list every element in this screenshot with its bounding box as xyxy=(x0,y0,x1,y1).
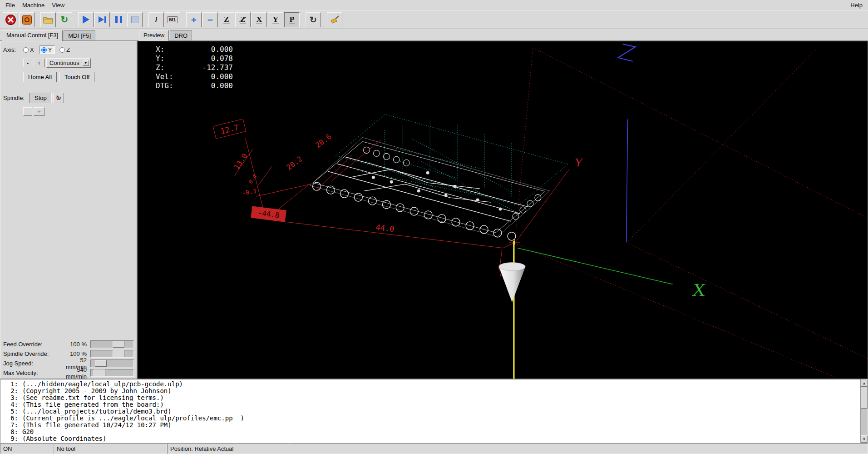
gcode-line-text: (Copyright 2005 - 2009 by John Johnson) xyxy=(22,388,172,394)
clear-plot-button[interactable] xyxy=(327,12,342,27)
zoom-out-button[interactable]: − xyxy=(202,12,218,27)
gcode-lines[interactable]: 1:(.../hidden/eagle/local_ulp/pcb-gcode.… xyxy=(0,379,860,443)
skip-lines-button[interactable]: / xyxy=(148,12,164,27)
jog-row: - + Continuous ▼ xyxy=(23,58,134,68)
scrollbar-track[interactable] xyxy=(861,387,868,435)
gcode-scrollbar[interactable]: ▲ ▼ xyxy=(860,379,868,443)
preview-panel: Preview DRO xyxy=(137,29,868,379)
gcode-line-number: 7: xyxy=(0,422,22,429)
spindle-row: Spindle: Stop ↻ xyxy=(3,93,134,103)
jog-speed-slider[interactable] xyxy=(90,359,134,367)
axis-radio-y-input[interactable] xyxy=(41,47,47,53)
zoom-in-button[interactable]: + xyxy=(186,12,202,27)
view-z-rotated-button[interactable]: Z xyxy=(235,12,251,27)
gcode-line[interactable]: 1:(.../hidden/eagle/local_ulp/pcb-gcode.… xyxy=(0,381,860,388)
preview-3d-scene[interactable]: 12.7 13.0 0.4 -0.3 20.6 20.2 -44.8 44.0 … xyxy=(138,41,868,379)
statusbar: ON No tool Position: Relative Actual xyxy=(0,443,868,454)
feed-override-slider-thumb[interactable] xyxy=(113,341,124,348)
spindle-speed-plus-button[interactable]: + xyxy=(34,107,44,116)
menu-view[interactable]: View xyxy=(48,1,68,10)
machine-state-cell: ON xyxy=(0,443,54,454)
svg-text:0.4: 0.4 xyxy=(247,173,258,185)
jog-speed-slider-thumb[interactable] xyxy=(95,360,107,367)
spindle-direction-button[interactable]: ↻ xyxy=(53,93,64,103)
gcode-line[interactable]: 4:(This file generated from the board:) xyxy=(0,401,860,408)
view-z-button[interactable]: Z xyxy=(219,12,234,27)
reload-button[interactable]: ↻ xyxy=(57,12,72,27)
scroll-up-icon[interactable]: ▲ xyxy=(861,379,868,387)
tab-manual-control[interactable]: Manual Control [F3] xyxy=(2,30,63,41)
tool-cone xyxy=(499,263,525,302)
gcode-line-number: 1: xyxy=(0,381,22,388)
gcode-line-number: 3: xyxy=(0,394,22,401)
tab-mdi[interactable]: MDI [F5] xyxy=(64,30,95,40)
gcode-line-text: (This file generated from the board:) xyxy=(22,401,164,408)
svg-text:12.7: 12.7 xyxy=(220,123,240,136)
control-tabstrip: Manual Control [F3] MDI [F5] xyxy=(0,29,137,41)
dro-z-row: Z:-12.737 xyxy=(156,63,233,72)
tab-dro[interactable]: DRO xyxy=(170,30,192,40)
run-button[interactable] xyxy=(78,12,94,27)
spindle-direction-icon: ↻ xyxy=(55,95,61,101)
max-velocity-value: 540 mm/min xyxy=(59,366,90,380)
gcode-line-number: 8: xyxy=(0,429,22,435)
touch-off-button[interactable]: Touch Off xyxy=(59,72,94,82)
home-all-button[interactable]: Home All xyxy=(23,72,57,82)
max-velocity-row: Max Velocity: 540 mm/min xyxy=(3,368,134,378)
gcode-line[interactable]: 3:(See readme.txt for licensing terms.) xyxy=(0,394,860,401)
view-x-button[interactable]: X xyxy=(252,12,267,27)
scroll-down-icon[interactable]: ▼ xyxy=(861,435,868,443)
axis-radio-x-input[interactable] xyxy=(23,47,29,53)
tool-status-text: No tool xyxy=(57,445,75,452)
gcode-line[interactable]: 2:(Copyright 2005 - 2009 by John Johnson… xyxy=(0,388,860,394)
pause-button[interactable] xyxy=(111,12,126,27)
gcode-line[interactable]: 8:G20 xyxy=(0,429,860,435)
gcode-line-number: 9: xyxy=(0,435,22,442)
jog-minus-button[interactable]: - xyxy=(23,59,32,67)
feed-override-slider[interactable] xyxy=(90,340,134,348)
preview-viewport[interactable]: 12.7 13.0 0.4 -0.3 20.6 20.2 -44.8 44.0 … xyxy=(137,41,868,379)
spindle-speed-minus-button[interactable]: - xyxy=(23,107,32,116)
dro-vel-value: 0.000 xyxy=(184,72,233,81)
estop-button[interactable] xyxy=(3,12,18,27)
spindle-stop-button[interactable]: Stop xyxy=(30,93,52,103)
view-y-button[interactable]: Y xyxy=(268,12,283,27)
spindle-override-slider-thumb[interactable] xyxy=(113,350,124,357)
spindle-speed-row: - + xyxy=(23,107,134,116)
max-velocity-slider-thumb[interactable] xyxy=(94,369,105,376)
stop-button[interactable] xyxy=(127,12,143,27)
view-perspective-icon: P xyxy=(289,15,295,24)
tab-preview[interactable]: Preview xyxy=(139,30,169,41)
menu-help[interactable]: Help xyxy=(847,1,866,10)
axis-radio-x[interactable]: X xyxy=(23,46,34,53)
jog-mode-dropdown[interactable]: Continuous ▼ xyxy=(46,58,91,68)
dro-z-value: -12.737 xyxy=(184,63,233,72)
rotate-view-icon: ↻ xyxy=(310,15,317,24)
gcode-line[interactable]: 7:(This file generated 10/24/12 10:27 PM… xyxy=(0,422,860,429)
gcode-line[interactable]: 9:(Absolute Coordinates) xyxy=(0,435,860,442)
axis-radio-z-input[interactable] xyxy=(59,47,65,53)
spindle-override-slider[interactable] xyxy=(90,350,134,358)
view-perspective-button[interactable]: P xyxy=(284,12,300,27)
machine-power-button[interactable] xyxy=(19,12,35,27)
menu-machine[interactable]: Machine xyxy=(19,1,48,10)
rotate-view-button[interactable]: ↻ xyxy=(306,12,321,27)
optional-pause-button[interactable]: M1 xyxy=(165,12,180,27)
gcode-line[interactable]: 5:(.../local_projects/tutorial/demo3.brd… xyxy=(0,408,860,415)
scrollbar-thumb[interactable] xyxy=(861,387,868,409)
gcode-listing: 1:(.../hidden/eagle/local_ulp/pcb-gcode.… xyxy=(0,379,868,443)
menu-file[interactable]: File xyxy=(2,1,19,10)
spindle-override-label: Spindle Override: xyxy=(3,350,59,357)
step-button[interactable] xyxy=(94,12,110,27)
view-y-icon: Y xyxy=(272,15,279,24)
axis-radio-z[interactable]: Z xyxy=(59,46,70,53)
max-velocity-slider[interactable] xyxy=(90,369,134,377)
svg-text:13.0: 13.0 xyxy=(232,152,249,171)
control-panel: Manual Control [F3] MDI [F5] Axis: X Y xyxy=(0,29,137,379)
jog-plus-button[interactable]: + xyxy=(34,59,44,67)
axis-radio-y[interactable]: Y xyxy=(39,45,55,54)
gcode-line[interactable]: 6:(Current profile is .../eagle/local_ul… xyxy=(0,415,860,422)
dim-box-44-8: -44.8 xyxy=(251,206,286,222)
clear-plot-icon xyxy=(330,15,340,25)
open-file-button[interactable] xyxy=(40,12,56,27)
